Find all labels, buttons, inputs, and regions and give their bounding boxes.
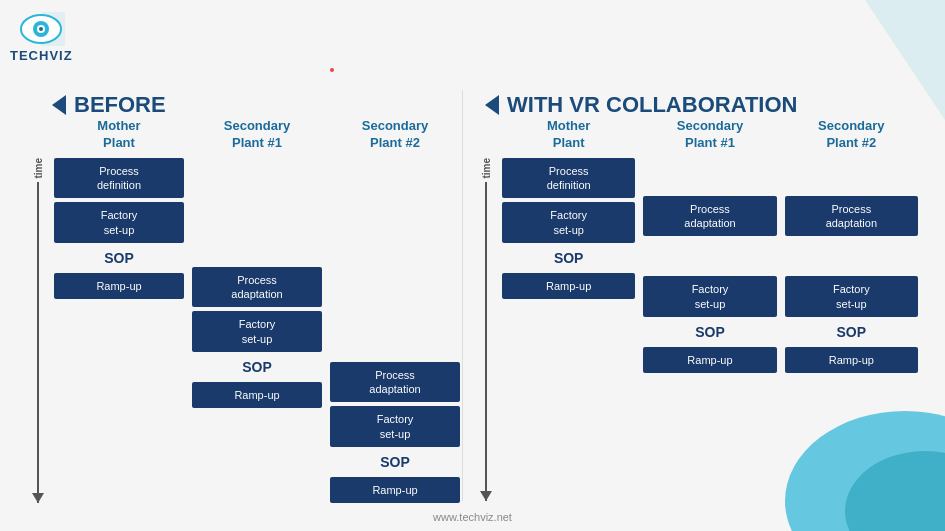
before-sec2-rampup: Ramp-up (330, 477, 460, 503)
vr-time-label: time (481, 158, 492, 179)
techviz-logo-icon (15, 10, 67, 48)
before-arrow-line (37, 182, 39, 503)
vr-mother-col: Processdefinition Factoryset-up SOP Ramp… (502, 158, 635, 501)
vr-sec2-spacer2 (785, 240, 918, 272)
svg-point-4 (39, 27, 43, 31)
vr-mother-factory-setup: Factoryset-up (502, 202, 635, 243)
bg-shape-top-right (785, 0, 945, 120)
logo: TECHVIZ (10, 10, 73, 63)
withvr-triangle (485, 95, 499, 115)
before-mother-process-def: Processdefinition (54, 158, 184, 199)
before-sec2-sop: SOP (330, 451, 460, 473)
vr-sec1-sop: SOP (643, 321, 776, 343)
before-sec2-factory-setup: Factoryset-up (330, 406, 460, 447)
vr-arrow-head (480, 491, 492, 501)
before-sec1-rampup: Ramp-up (192, 382, 322, 408)
before-title: BEFORE (74, 92, 166, 118)
vr-arrow-line (485, 182, 487, 501)
before-mother-factory-setup: Factoryset-up (54, 202, 184, 243)
withvr-header: WITH VR COLLABORATION (485, 92, 797, 118)
vr-mother-sop: SOP (502, 247, 635, 269)
vr-col-header-sec2: SecondaryPlant #2 (785, 118, 918, 152)
vr-sec1-factory-setup: Factoryset-up (643, 276, 776, 317)
before-mother-sop: SOP (54, 247, 184, 269)
before-sec1-factory-setup: Factoryset-up (192, 311, 322, 352)
before-sec1-col: Processadaptation Factoryset-up SOP Ramp… (192, 158, 322, 503)
withvr-title: WITH VR COLLABORATION (507, 92, 797, 118)
before-col-header-sec1: SecondaryPlant #1 (192, 118, 322, 152)
vr-col-header-sec1: SecondaryPlant #1 (643, 118, 776, 152)
section-divider (462, 90, 463, 501)
vr-sec2-col: Processadaptation Factoryset-up SOP Ramp… (785, 158, 918, 501)
before-mother-rampup: Ramp-up (54, 273, 184, 299)
before-mother-col: Processdefinition Factoryset-up SOP Ramp… (54, 158, 184, 503)
svg-marker-5 (865, 0, 945, 120)
before-col-header-sec2: SecondaryPlant #2 (330, 118, 460, 152)
dot-decoration (330, 68, 334, 72)
vr-sec1-rampup: Ramp-up (643, 347, 776, 373)
before-header: BEFORE (52, 92, 166, 118)
before-sec1-process-adapt: Processadaptation (192, 267, 322, 308)
before-sec2-process-adapt: Processadaptation (330, 362, 460, 403)
vr-sec2-factory-setup: Factoryset-up (785, 276, 918, 317)
vr-sec2-spacer (785, 158, 918, 192)
logo-text: TECHVIZ (10, 48, 73, 63)
vr-col-header-mother: MotherPlant (502, 118, 635, 152)
vr-mother-process-def: Processdefinition (502, 158, 635, 199)
before-arrow-head (32, 493, 44, 503)
before-sec2-spacer (330, 158, 460, 358)
before-sec2-col: Processadaptation Factoryset-up SOP Ramp… (330, 158, 460, 503)
vr-sec1-spacer2 (643, 240, 776, 272)
vr-sec2-sop: SOP (785, 321, 918, 343)
before-sec1-spacer (192, 158, 322, 263)
vr-sec1-spacer (643, 158, 776, 192)
vr-sec2-rampup: Ramp-up (785, 347, 918, 373)
vr-mother-rampup: Ramp-up (502, 273, 635, 299)
vr-sec1-col: Processadaptation Factoryset-up SOP Ramp… (643, 158, 776, 501)
vr-sec2-process-adapt: Processadaptation (785, 196, 918, 237)
before-triangle (52, 95, 66, 115)
before-col-header-mother: MotherPlant (54, 118, 184, 152)
vr-sec1-process-adapt: Processadaptation (643, 196, 776, 237)
before-time-arrow: time (30, 158, 46, 503)
footer-url: www.techviz.net (433, 511, 512, 523)
vr-time-arrow: time (478, 158, 494, 501)
before-sec1-sop: SOP (192, 356, 322, 378)
before-time-label: time (33, 158, 44, 179)
